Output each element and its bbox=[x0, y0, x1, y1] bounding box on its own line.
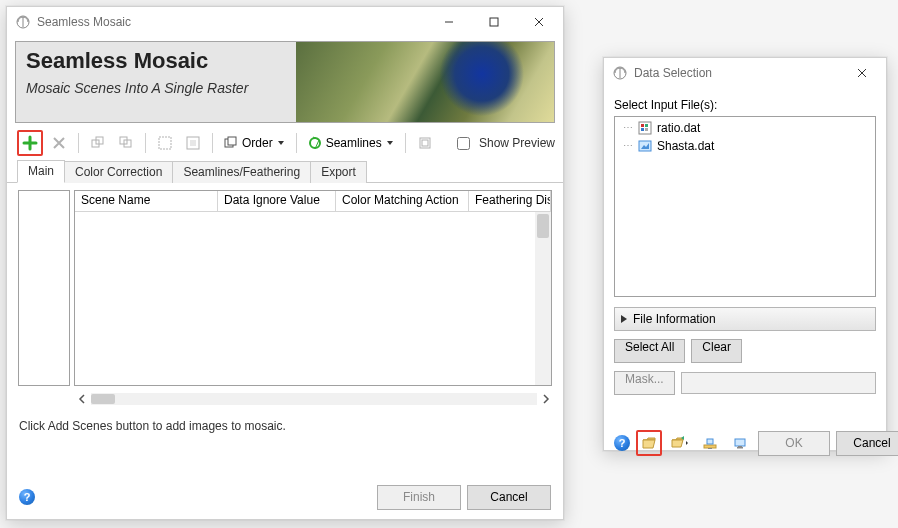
expand-right-icon bbox=[621, 315, 627, 323]
file-information-label: File Information bbox=[633, 312, 716, 326]
horizontal-scroll-track[interactable] bbox=[91, 393, 537, 405]
select-button-2[interactable] bbox=[181, 131, 205, 155]
toolbar-separator bbox=[296, 133, 297, 153]
toolbar-separator bbox=[405, 133, 406, 153]
tab-seamlines-feathering[interactable]: Seamlines/Feathering bbox=[172, 161, 311, 183]
banner: Seamless Mosaic Mosaic Scenes Into A Sin… bbox=[15, 41, 555, 123]
col-scene-name[interactable]: Scene Name bbox=[75, 191, 218, 211]
help-icon[interactable]: ? bbox=[614, 435, 630, 451]
order-label: Order bbox=[242, 136, 273, 150]
recompute-button[interactable] bbox=[413, 131, 437, 155]
scroll-left-icon[interactable] bbox=[75, 392, 89, 406]
file-information-header[interactable]: File Information bbox=[614, 307, 876, 331]
tab-color-correction[interactable]: Color Correction bbox=[64, 161, 173, 183]
toolbar: Order Seamlines Show Preview bbox=[7, 125, 563, 159]
svg-rect-25 bbox=[735, 439, 745, 446]
raster-file-icon bbox=[637, 120, 653, 136]
maximize-button[interactable] bbox=[471, 8, 516, 36]
col-color-matching[interactable]: Color Matching Action bbox=[336, 191, 469, 211]
titlebar: Seamless Mosaic bbox=[7, 7, 563, 37]
toolbar-separator bbox=[78, 133, 79, 153]
svg-rect-1 bbox=[490, 18, 498, 26]
col-feathering[interactable]: Feathering Distance bbox=[469, 191, 551, 211]
footer: ? Finish Cancel bbox=[7, 475, 563, 519]
mask-button[interactable]: Mask... bbox=[614, 371, 675, 395]
horizontal-scroll-thumb[interactable] bbox=[91, 394, 115, 404]
window-title: Data Selection bbox=[634, 66, 712, 80]
file-name: ratio.dat bbox=[657, 121, 700, 135]
hint-text: Click Add Scenes button to add images to… bbox=[7, 407, 563, 433]
seamless-mosaic-window: Seamless Mosaic Seamless Mosaic Mosaic S… bbox=[6, 6, 564, 520]
clear-button[interactable]: Clear bbox=[691, 339, 742, 363]
svg-rect-18 bbox=[641, 128, 644, 131]
select-button-1[interactable] bbox=[153, 131, 177, 155]
tree-connector-icon: ⋯ bbox=[623, 123, 633, 133]
banner-subtitle: Mosaic Scenes Into A Single Raster bbox=[26, 80, 248, 96]
data-selection-footer: ? OK Cancel bbox=[614, 420, 876, 456]
order-dropdown[interactable]: Order bbox=[220, 131, 289, 155]
show-preview-input[interactable] bbox=[457, 137, 470, 150]
svg-rect-16 bbox=[641, 124, 644, 127]
seamlines-dropdown[interactable]: Seamlines bbox=[304, 131, 398, 155]
open-recent-dropdown[interactable] bbox=[668, 431, 692, 455]
close-button[interactable] bbox=[516, 8, 561, 36]
minimize-button[interactable] bbox=[426, 8, 471, 36]
data-selection-window: Data Selection Select Input File(s): ⋯ r… bbox=[603, 57, 887, 451]
svg-rect-6 bbox=[159, 137, 171, 149]
open-file-button[interactable] bbox=[636, 430, 662, 456]
add-scenes-button[interactable] bbox=[17, 130, 43, 156]
select-input-label: Select Input File(s): bbox=[614, 98, 876, 112]
svg-rect-8 bbox=[190, 140, 196, 146]
chevron-down-icon bbox=[278, 141, 284, 145]
file-list-item[interactable]: ⋯ Shasta.dat bbox=[617, 137, 873, 155]
svg-rect-10 bbox=[228, 137, 236, 145]
close-button[interactable] bbox=[839, 59, 884, 87]
scroll-right-icon[interactable] bbox=[539, 392, 553, 406]
image-file-icon bbox=[637, 138, 653, 154]
finish-button[interactable]: Finish bbox=[377, 485, 461, 510]
cancel-button[interactable]: Cancel bbox=[836, 431, 898, 456]
toolbar-separator bbox=[212, 133, 213, 153]
svg-rect-24 bbox=[708, 448, 712, 449]
banner-title: Seamless Mosaic bbox=[26, 48, 208, 74]
thumbnail-column bbox=[18, 190, 70, 386]
tab-export[interactable]: Export bbox=[310, 161, 367, 183]
tab-bar: Main Color Correction Seamlines/Featheri… bbox=[7, 159, 563, 183]
file-list-item[interactable]: ⋯ ratio.dat bbox=[617, 119, 873, 137]
tab-main[interactable]: Main bbox=[17, 160, 65, 183]
banner-imagery bbox=[296, 42, 554, 122]
vertical-scrollbar[interactable] bbox=[535, 212, 551, 385]
svg-rect-27 bbox=[738, 446, 742, 447]
open-database-button[interactable] bbox=[728, 431, 752, 455]
horizontal-scrollbar[interactable] bbox=[75, 391, 553, 407]
svg-rect-19 bbox=[645, 128, 648, 131]
table-content bbox=[75, 212, 551, 385]
cancel-button[interactable]: Cancel bbox=[467, 485, 551, 510]
open-remote-button[interactable] bbox=[698, 431, 722, 455]
vertical-scroll-thumb[interactable] bbox=[537, 214, 549, 238]
mask-field bbox=[681, 372, 876, 394]
svg-rect-17 bbox=[645, 124, 648, 127]
show-preview-label: Show Preview bbox=[479, 136, 555, 150]
remove-scene-button[interactable] bbox=[47, 131, 71, 155]
svg-rect-22 bbox=[704, 445, 716, 448]
group-button-1[interactable] bbox=[86, 131, 110, 155]
table-header-row: Scene Name Data Ignore Value Color Match… bbox=[75, 191, 551, 212]
ok-button[interactable]: OK bbox=[758, 431, 830, 456]
scenes-table: Scene Name Data Ignore Value Color Match… bbox=[74, 190, 552, 386]
help-icon[interactable]: ? bbox=[19, 489, 35, 505]
show-preview-checkbox[interactable]: Show Preview bbox=[453, 134, 555, 153]
select-all-button[interactable]: Select All bbox=[614, 339, 685, 363]
chevron-down-icon bbox=[387, 141, 393, 145]
svg-rect-23 bbox=[707, 439, 713, 444]
file-name: Shasta.dat bbox=[657, 139, 714, 153]
col-data-ignore[interactable]: Data Ignore Value bbox=[218, 191, 336, 211]
app-icon bbox=[15, 14, 31, 30]
svg-rect-26 bbox=[737, 447, 743, 449]
toolbar-separator bbox=[145, 133, 146, 153]
window-title: Seamless Mosaic bbox=[37, 15, 131, 29]
app-icon bbox=[612, 65, 628, 81]
file-list[interactable]: ⋯ ratio.dat ⋯ Shasta.dat bbox=[614, 116, 876, 297]
group-button-2[interactable] bbox=[114, 131, 138, 155]
svg-rect-13 bbox=[422, 140, 428, 146]
